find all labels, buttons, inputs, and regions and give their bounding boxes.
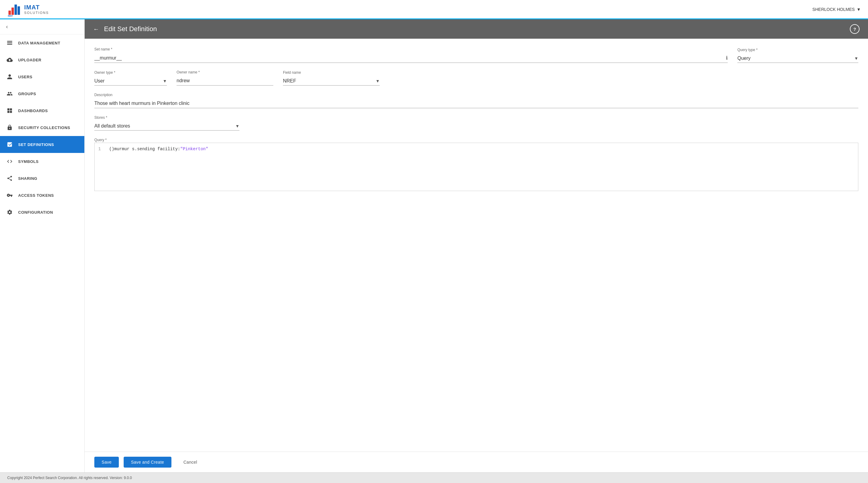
owner-name-group: Owner name * — [177, 70, 273, 86]
sidebar-item-symbols[interactable]: SYMBOLS — [0, 153, 84, 170]
field-name-label: Field name — [283, 70, 380, 75]
svg-rect-0 — [8, 10, 11, 15]
owner-name-label: Owner name * — [177, 70, 273, 74]
save-button[interactable]: Save — [94, 457, 119, 468]
logo-text-solutions: SOLUTIONS — [24, 11, 49, 15]
field-name-dropdown-arrow: ▼ — [375, 78, 380, 84]
uploader-icon — [6, 56, 13, 63]
description-group: Description — [94, 93, 858, 108]
svg-rect-2 — [14, 4, 17, 15]
svg-rect-1 — [11, 7, 14, 15]
owner-name-input[interactable] — [177, 76, 273, 86]
logo-icon: IMAT SOLUTIONS — [7, 2, 22, 17]
page-header-left: ← Edit Set Definition — [93, 25, 157, 33]
sidebar-item-data-management[interactable]: DATA MANAGEMENT — [0, 34, 84, 52]
svg-rect-3 — [18, 6, 20, 15]
query-type-dropdown-arrow: ▼ — [854, 56, 858, 61]
sidebar: ‹ DATA MANAGEMENT UPLOADER USERS GROUPS — [0, 19, 85, 473]
action-bar: Save Save and Create Cancel — [85, 452, 868, 473]
save-and-create-button[interactable]: Save and Create — [124, 457, 172, 468]
field-name-group: Field name NREF REF ID ▼ — [283, 70, 380, 86]
back-button[interactable]: ← — [93, 26, 99, 33]
field-name-select[interactable]: NREF REF ID — [283, 78, 375, 84]
form-area: Set name * ℹ Query type * Query Filter S… — [85, 39, 868, 452]
stores-select[interactable]: All default stores Default store 1 Custo… — [94, 123, 235, 128]
description-input[interactable] — [94, 99, 858, 108]
cancel-button[interactable]: Cancel — [176, 457, 205, 468]
security-collections-icon — [6, 124, 13, 131]
content-area: ← Edit Set Definition ? Set name * ℹ Que… — [85, 19, 868, 473]
info-icon[interactable]: ℹ — [726, 55, 728, 61]
user-dropdown-arrow: ▼ — [857, 7, 861, 12]
sidebar-item-label: DASHBOARDS — [18, 108, 48, 113]
owner-type-dropdown-arrow: ▼ — [163, 78, 167, 84]
sidebar-item-uploader[interactable]: UPLOADER — [0, 52, 84, 68]
sidebar-item-label: UPLOADER — [18, 58, 41, 62]
stores-select-wrapper: All default stores Default store 1 Custo… — [94, 122, 240, 131]
query-type-label: Query type * — [737, 48, 858, 52]
sidebar-item-label: CONFIGURATION — [18, 210, 53, 215]
form-row-1: Set name * ℹ Query type * Query Filter S… — [94, 47, 858, 63]
sidebar-item-users[interactable]: USERS — [0, 68, 84, 85]
stores-row: Stores * All default stores Default stor… — [94, 116, 858, 131]
sidebar-item-label: DATA MANAGEMENT — [18, 41, 60, 45]
stores-label: Stores * — [94, 116, 240, 120]
set-name-input[interactable] — [94, 55, 726, 61]
collapse-icon: ‹ — [6, 24, 8, 30]
sidebar-item-dashboards[interactable]: DASHBOARDS — [0, 102, 84, 119]
sidebar-collapse-button[interactable]: ‹ — [0, 19, 84, 34]
query-type-select[interactable]: Query Filter Script — [737, 56, 854, 61]
sidebar-item-label: SYMBOLS — [18, 159, 39, 164]
data-management-icon — [6, 39, 13, 46]
stores-group: Stores * All default stores Default stor… — [94, 116, 240, 131]
logo-area: IMAT SOLUTIONS IMAT SOLUTIONS — [7, 2, 49, 17]
sidebar-item-groups[interactable]: GROUPS — [0, 85, 84, 102]
stores-dropdown-arrow: ▼ — [235, 124, 240, 128]
symbols-icon — [6, 158, 13, 165]
svg-text:IMAT: IMAT — [8, 15, 13, 17]
user-name: SHERLOCK HOLMES — [812, 7, 855, 12]
page-title: Edit Set Definition — [104, 25, 157, 33]
query-section: Query * 1 ()murmur s.sending facility:"P… — [94, 138, 858, 191]
svg-rect-6 — [7, 41, 12, 42]
query-label: Query * — [94, 138, 858, 142]
svg-rect-7 — [7, 42, 12, 43]
description-label: Description — [94, 93, 858, 97]
dashboards-icon — [6, 107, 13, 114]
logo-text-imat: IMAT — [24, 4, 49, 11]
sidebar-item-label: SHARING — [18, 176, 37, 181]
query-type-group: Query type * Query Filter Script ▼ — [737, 48, 858, 63]
footer-text: Copyright 2024 Perfect Search Corporatio… — [7, 476, 132, 480]
sidebar-item-label: SECURITY COLLECTIONS — [18, 125, 70, 130]
sidebar-item-label: USERS — [18, 75, 32, 79]
access-tokens-icon — [6, 192, 13, 199]
sidebar-item-security-collections[interactable]: SECURITY COLLECTIONS — [0, 119, 84, 136]
set-name-label: Set name * — [94, 47, 728, 52]
query-editor[interactable]: 1 ()murmur s.sending facility:"Pinkerton… — [94, 143, 858, 191]
user-menu[interactable]: SHERLOCK HOLMES ▼ — [812, 7, 861, 12]
svg-rect-8 — [7, 44, 12, 45]
owner-type-label: Owner type * — [94, 70, 167, 75]
description-row: Description — [94, 93, 858, 108]
set-definitions-icon — [6, 141, 13, 148]
sidebar-item-configuration[interactable]: CONFIGURATION — [0, 204, 84, 221]
owner-type-select[interactable]: User Group System — [94, 78, 163, 84]
page-header: ← Edit Set Definition ? — [85, 19, 868, 39]
form-row-2: Owner type * User Group System ▼ Owner n… — [94, 70, 858, 86]
sidebar-item-label: SET DEFINITIONS — [18, 142, 54, 147]
top-header: IMAT SOLUTIONS IMAT SOLUTIONS SHERLOCK H… — [0, 0, 868, 19]
query-type-select-wrapper: Query Filter Script ▼ — [737, 54, 858, 63]
users-icon — [6, 73, 13, 80]
configuration-icon — [6, 208, 13, 216]
query-code: ()murmur s.sending facility:"Pinkerton" — [109, 147, 855, 187]
sidebar-item-access-tokens[interactable]: ACCESS TOKENS — [0, 187, 84, 204]
line-numbers: 1 — [98, 147, 104, 187]
footer: Copyright 2024 Perfect Search Corporatio… — [0, 473, 868, 483]
sidebar-item-sharing[interactable]: SHARING — [0, 170, 84, 187]
main-layout: ‹ DATA MANAGEMENT UPLOADER USERS GROUPS — [0, 19, 868, 473]
sharing-icon — [6, 175, 13, 182]
set-name-input-wrapper: ℹ — [94, 53, 728, 63]
set-name-group: Set name * ℹ — [94, 47, 728, 63]
sidebar-item-set-definitions[interactable]: SET DEFINITIONS — [0, 136, 84, 153]
help-button[interactable]: ? — [850, 24, 860, 34]
